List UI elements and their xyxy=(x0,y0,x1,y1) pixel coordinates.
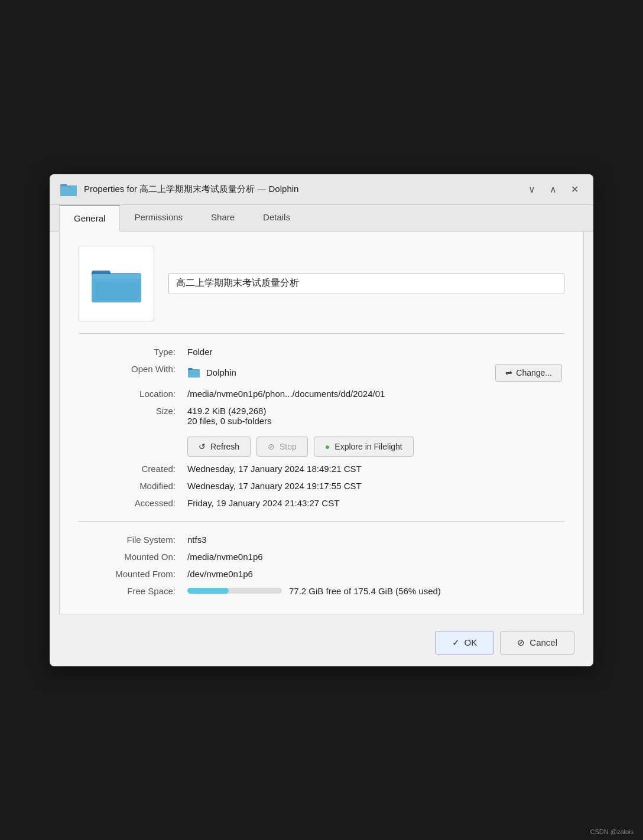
watermark: CSDN @zalois xyxy=(590,828,634,835)
size-sub: 20 files, 0 sub-folders xyxy=(187,416,562,426)
folder-large-icon xyxy=(90,262,142,305)
accessed-label: Accessed: xyxy=(79,494,185,512)
stop-button[interactable]: ⊘ Stop xyxy=(256,437,308,457)
properties-window: Properties for 高二上学期期末考试质量分析 — Dolphin ∨… xyxy=(50,174,593,666)
explore-icon: ● xyxy=(325,442,330,451)
modified-value: Wednesday, 17 January 2024 19:17:55 CST xyxy=(185,477,564,494)
location-label: Location: xyxy=(79,385,185,402)
size-row: Size: 419.2 KiB (429,268) 20 files, 0 su… xyxy=(79,402,564,429)
cancel-button[interactable]: ⊘ Cancel xyxy=(500,631,574,655)
created-value: Wednesday, 17 January 2024 18:49:21 CST xyxy=(185,460,564,477)
cancel-icon: ⊘ xyxy=(517,637,525,648)
top-section xyxy=(79,246,564,321)
fs-value: ntfs3 xyxy=(185,531,564,548)
tab-content: Type: Folder Open With: Dolphin xyxy=(59,232,584,614)
free-space-label: Free Space: xyxy=(79,582,185,600)
action-buttons-row: ↺ Refresh ⊘ Stop ● Explore in Filelight xyxy=(79,429,564,460)
open-with-value: Dolphin ⇌ Change... xyxy=(185,360,564,385)
titlebar-left: Properties for 高二上学期期末考试质量分析 — Dolphin xyxy=(59,180,298,198)
modified-row: Modified: Wednesday, 17 January 2024 19:… xyxy=(79,477,564,494)
modified-label: Modified: xyxy=(79,477,185,494)
svg-rect-8 xyxy=(95,282,138,300)
stop-icon: ⊘ xyxy=(268,442,275,451)
size-value: 419.2 KiB (429,268) 20 files, 0 sub-fold… xyxy=(185,402,564,429)
divider-top xyxy=(79,333,564,334)
refresh-button[interactable]: ↺ Refresh xyxy=(187,437,251,457)
mounted-on-label: Mounted On: xyxy=(79,548,185,565)
progress-fill xyxy=(187,588,229,594)
mounted-on-value: /media/nvme0n1p6 xyxy=(185,548,564,565)
tab-details[interactable]: Details xyxy=(249,205,304,231)
ok-icon: ✓ xyxy=(452,637,460,648)
location-value: /media/nvme0n1p6/phon.../documents/dd/20… xyxy=(185,385,564,402)
svg-rect-11 xyxy=(188,370,200,377)
explore-label: Explore in Filelight xyxy=(335,442,402,451)
divider-middle xyxy=(79,521,564,522)
explore-button[interactable]: ● Explore in Filelight xyxy=(314,437,414,457)
open-with-row: Open With: Dolphin ⇌ Change... xyxy=(79,360,564,385)
refresh-icon: ↺ xyxy=(199,442,206,451)
fs-row: File System: ntfs3 xyxy=(79,531,564,548)
close-button[interactable]: ✕ xyxy=(565,180,584,198)
mounted-from-value: /dev/nvme0n1p6 xyxy=(185,565,564,582)
ok-button[interactable]: ✓ OK xyxy=(435,631,495,655)
change-button[interactable]: ⇌ Change... xyxy=(495,364,562,382)
mounted-on-row: Mounted On: /media/nvme0n1p6 xyxy=(79,548,564,565)
change-icon: ⇌ xyxy=(505,368,512,377)
tabs-bar: General Permissions Share Details xyxy=(50,205,593,232)
footer: ✓ OK ⊘ Cancel xyxy=(50,624,593,666)
ok-label: OK xyxy=(465,637,478,647)
maximize-button[interactable]: ∧ xyxy=(544,180,563,198)
titlebar-title: Properties for 高二上学期期末考试质量分析 — Dolphin xyxy=(84,184,298,195)
accessed-row: Accessed: Friday, 19 January 2024 21:43:… xyxy=(79,494,564,512)
created-label: Created: xyxy=(79,460,185,477)
location-row: Location: /media/nvme0n1p6/phon.../docum… xyxy=(79,385,564,402)
free-space-text: 77.2 GiB free of 175.4 GiB (56% used) xyxy=(289,586,441,596)
titlebar: Properties for 高二上学期期末考试质量分析 — Dolphin ∨… xyxy=(50,174,593,205)
accessed-value: Friday, 19 January 2024 21:43:27 CST xyxy=(185,494,564,512)
change-label: Change... xyxy=(516,368,552,377)
type-row: Type: Folder xyxy=(79,343,564,360)
open-with-app-name: Dolphin xyxy=(206,367,236,377)
free-space-row: Free Space: 77.2 GiB free of 175.4 GiB (… xyxy=(79,582,564,600)
free-space-bar-container: 77.2 GiB free of 175.4 GiB (56% used) xyxy=(187,586,562,596)
tab-general[interactable]: General xyxy=(59,205,120,232)
folder-name-input[interactable] xyxy=(168,273,564,294)
refresh-label: Refresh xyxy=(210,442,239,451)
open-with-label: Open With: xyxy=(79,360,185,385)
free-space-value: 77.2 GiB free of 175.4 GiB (56% used) xyxy=(185,582,564,600)
stop-label: Stop xyxy=(280,442,297,451)
info-table: Type: Folder Open With: Dolphin xyxy=(79,343,564,512)
svg-marker-3 xyxy=(60,187,77,196)
action-buttons: ↺ Refresh ⊘ Stop ● Explore in Filelight xyxy=(187,437,562,457)
minimize-button[interactable]: ∨ xyxy=(522,180,541,198)
titlebar-controls: ∨ ∧ ✕ xyxy=(522,180,584,198)
created-row: Created: Wednesday, 17 January 2024 18:4… xyxy=(79,460,564,477)
folder-icon-box xyxy=(79,246,154,321)
size-label: Size: xyxy=(79,402,185,429)
size-main: 419.2 KiB (429,268) xyxy=(187,406,562,416)
type-value: Folder xyxy=(185,343,564,360)
open-with-content: Dolphin ⇌ Change... xyxy=(187,364,562,382)
tab-share[interactable]: Share xyxy=(197,205,249,231)
fs-info-table: File System: ntfs3 Mounted On: /media/nv… xyxy=(79,531,564,600)
dolphin-app-icon xyxy=(187,366,200,379)
mounted-from-label: Mounted From: xyxy=(79,565,185,582)
tab-permissions[interactable]: Permissions xyxy=(120,205,197,231)
cancel-label: Cancel xyxy=(530,637,557,647)
mounted-from-row: Mounted From: /dev/nvme0n1p6 xyxy=(79,565,564,582)
type-label: Type: xyxy=(79,343,185,360)
fs-label: File System: xyxy=(79,531,185,548)
titlebar-folder-icon xyxy=(59,180,78,198)
progress-track xyxy=(187,588,282,594)
